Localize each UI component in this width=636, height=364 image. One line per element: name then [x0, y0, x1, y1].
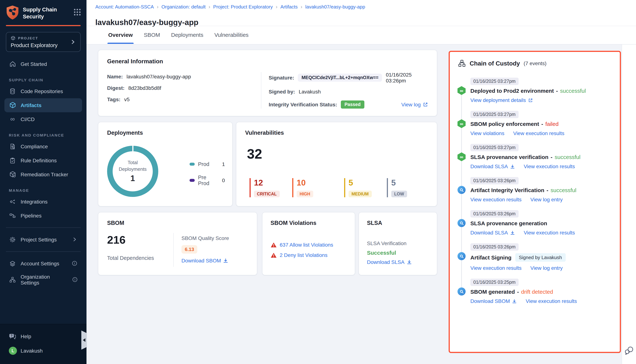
event-title: Artifact Integrity Verification [470, 187, 544, 193]
events-count: (7 events) [524, 60, 546, 66]
breadcrumb-account[interactable]: Account: Automation-SSCA [95, 4, 154, 10]
avatar: L [9, 347, 17, 355]
sidebar-item-account-settings[interactable]: Account Settings [4, 256, 82, 270]
sidebar-item-artifacts[interactable]: Artifacts [4, 98, 82, 112]
event-status: successful [560, 88, 586, 94]
tab-vulnerabilities[interactable]: Vulnerabilities [214, 26, 249, 44]
card-title: Vulnerabilities [245, 130, 437, 136]
infinity-icon: ∞ [9, 116, 16, 123]
layers-icon [9, 260, 16, 267]
download-sbom-link[interactable]: Download SBOM [182, 258, 228, 264]
sidebar-item-remediation-tracker[interactable]: Remediation Tracker [4, 167, 82, 181]
page-title: lavakush07/easy-buggy-app [86, 15, 636, 27]
sidebar-item-label: Organization Settings [20, 274, 68, 286]
view-execution-results-link[interactable]: View execution results [524, 164, 575, 169]
download-slsa-link[interactable]: Download SLSA [367, 259, 412, 265]
module-picker-icon[interactable] [74, 5, 80, 16]
allow-list-violations-link[interactable]: 637 Allow list Violations [280, 242, 333, 248]
event-status: successful [550, 187, 576, 193]
sidebar-item-integrations[interactable]: Integrations [4, 194, 82, 208]
tab-sbom[interactable]: SBOM [143, 26, 161, 44]
triangle-left-icon [83, 338, 86, 342]
svg-text:?: ? [11, 334, 12, 337]
sidebar-item-project-settings[interactable]: Project Settings [4, 232, 82, 246]
severity-badge: MEDIUM [348, 191, 372, 197]
event-timestamp: 01/16/2025 03:25pm [470, 278, 518, 286]
sidebar-item-organization-settings[interactable]: Organization Settings [4, 270, 82, 289]
breadcrumb-separator [301, 4, 302, 10]
event-timestamp: 01/16/2025 03:27pm [470, 111, 518, 118]
view-execution-results-link[interactable]: View execution results [470, 265, 522, 271]
event-status: failed [545, 121, 558, 127]
event-title: SBOM generated [470, 288, 515, 295]
custody-event-deployed: ∞ 01/16/2025 03:27pm Deployed to Prod2 e… [458, 78, 613, 103]
view-execution-results-link[interactable]: View execution results [524, 230, 575, 236]
breadcrumb-artifacts[interactable]: Artifacts [280, 4, 298, 10]
project-selector[interactable]: PROJECT Product Exploratory [6, 32, 80, 52]
deny-list-violations-link[interactable]: 2 Deny list Violations [280, 252, 328, 258]
sidebar-item-rule-definitions[interactable]: Rule Definitions [4, 153, 82, 167]
view-violations-link[interactable]: View violations [470, 130, 504, 136]
sidebar-item-pipelines[interactable]: Pipelines [4, 208, 82, 222]
sidebar-header: Supply Chain Security PROJECT Product [0, 0, 86, 52]
scan-step-icon [458, 252, 466, 260]
info-icon[interactable] [72, 276, 78, 282]
sidebar-item-code-repositories[interactable]: Code Repositories [4, 84, 82, 98]
severity-low: 5 LOW [387, 178, 407, 197]
deployments-legend: Prod 1 Pre Prod 0 [190, 161, 225, 194]
event-status: successful [555, 154, 580, 160]
event-title: Deployed to Prod2 environment [470, 88, 554, 94]
tab-overview[interactable]: Overview [108, 26, 134, 44]
download-icon [510, 164, 515, 169]
sidebar-collapse-handle[interactable] [81, 330, 87, 350]
sidebar-item-compliance[interactable]: Compliance [4, 139, 82, 153]
signature-value[interactable]: MEQCICde2VjIT...bL+2+mqnOXw== [298, 74, 382, 82]
view-execution-results-link[interactable]: View execution results [526, 298, 577, 304]
breadcrumb-current-artifact[interactable]: lavakush07/easy-buggy-app [305, 4, 365, 10]
severity-badge: HIGH [297, 191, 313, 197]
breadcrumb-organization[interactable]: Organization: default [162, 4, 206, 10]
download-slsa-link[interactable]: Download SLSA [470, 164, 515, 169]
severity-high: 10 HIGH [292, 178, 344, 197]
scan-step-icon [458, 186, 466, 194]
donut-total-value: 1 [130, 174, 135, 183]
signature-date: 01/16/2025 03:26pm [386, 72, 428, 84]
sidebar-item-get-started[interactable]: Get Started [4, 57, 82, 71]
tab-deployments[interactable]: Deployments [170, 26, 204, 44]
sidebar-item-help[interactable]: ? Help [4, 330, 82, 344]
view-log-entry-link[interactable]: View log entry [530, 265, 562, 271]
breadcrumb-separator [208, 4, 210, 10]
clipboard-check-icon [9, 156, 16, 164]
view-log-link[interactable]: View log [401, 102, 428, 108]
severity-critical: 12 CRITICAL [250, 178, 292, 197]
sidebar-item-cicd[interactable]: ∞ CI/CD [4, 112, 82, 126]
sidebar: Supply Chain Security PROJECT Product [0, 0, 86, 364]
total-dependencies-count: 216 [107, 234, 126, 246]
view-execution-results-link[interactable]: View execution results [470, 196, 522, 202]
custody-event-sbom-policy: ∞ 01/16/2025 03:27pm SBOM policy enforce… [458, 111, 613, 136]
scan-step-icon [458, 219, 466, 227]
external-link-icon [423, 102, 428, 107]
sidebar-nav: Get Started SUPPLY CHAIN Code Repositori… [0, 52, 86, 324]
field-digest: Digest: 8d23bd3b5d8f [107, 85, 261, 91]
download-sbom-link[interactable]: Download SBOM [470, 298, 517, 304]
sidebar-item-label: Remediation Tracker [20, 171, 68, 177]
download-slsa-link[interactable]: Download SLSA [470, 230, 515, 236]
view-deployment-details-link[interactable]: View deployment details [470, 97, 533, 103]
user-menu[interactable]: L Lavakush [4, 344, 82, 358]
section-label-risk-compliance: RISK AND COMPLIANCE [9, 133, 78, 137]
legend-item-prod: Prod 1 [190, 161, 225, 167]
view-log-entry-link[interactable]: View log entry [530, 196, 562, 202]
severity-badge: LOW [391, 191, 407, 197]
info-icon[interactable] [72, 260, 78, 266]
custody-event-slsa-generation: 01/16/2025 03:26pm SLSA provenance gener… [458, 210, 613, 236]
signed-by-badge: Signed by Lavakush [515, 253, 566, 262]
breadcrumb-project[interactable]: Project: Product Exploratory [213, 4, 273, 10]
chain-of-custody-panel: Chain of Custody (7 events) ∞ 01/16/2025… [449, 51, 621, 353]
view-execution-results-link[interactable]: View execution results [513, 130, 564, 136]
vertical-divider [173, 233, 174, 267]
deployments-donut-chart: Total Deployments 1 [107, 146, 158, 197]
chevron-right-icon [72, 236, 78, 242]
quality-score-label: SBOM Quality Score [182, 235, 229, 241]
support-chat-icon[interactable] [624, 346, 634, 356]
